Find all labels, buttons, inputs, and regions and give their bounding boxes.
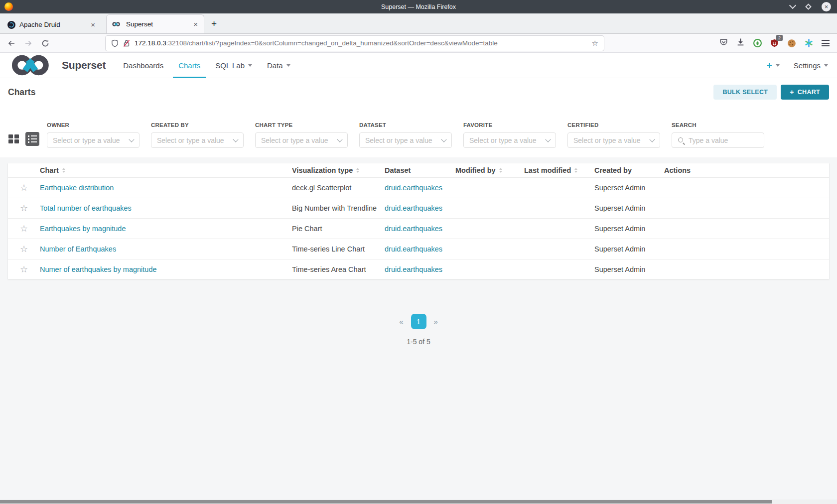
dataset-link[interactable]: druid.earthquakes — [385, 265, 442, 273]
window-minimize-icon[interactable] — [789, 2, 796, 9]
settings-label: Settings — [794, 61, 821, 70]
created-by-select-input[interactable] — [157, 136, 234, 144]
chevron-down-icon — [233, 136, 238, 142]
certified-select[interactable] — [567, 132, 660, 148]
menu-icon[interactable] — [822, 40, 830, 46]
privacy-badger-icon[interactable] — [753, 39, 762, 47]
column-header-modified-by[interactable]: Modified by — [455, 166, 524, 174]
superset-logo[interactable]: Superset — [6, 54, 106, 77]
created-by-select[interactable] — [151, 132, 244, 148]
chart-link[interactable]: Earthquakes by magnitude — [40, 225, 126, 233]
column-header-created-by: Created by — [594, 166, 664, 174]
page-1-button[interactable]: 1 — [411, 314, 426, 329]
bulk-select-button[interactable]: BULK SELECT — [713, 85, 777, 100]
url-bar[interactable]: 172.18.0.3:32108/chart/list/?pageIndex=0… — [106, 36, 604, 51]
bookmark-star-icon[interactable]: ☆ — [592, 39, 598, 48]
back-icon[interactable] — [5, 39, 18, 47]
druid-icon — [7, 21, 15, 29]
filter-label: CHART TYPE — [255, 122, 348, 128]
dataset-link[interactable]: druid.earthquakes — [385, 225, 442, 233]
new-tab-button[interactable]: + — [211, 18, 217, 29]
new-chart-button[interactable]: +CHART — [781, 85, 829, 100]
dataset-select-input[interactable] — [365, 136, 442, 144]
window-close-icon[interactable]: × — [822, 2, 831, 11]
card-view-icon[interactable] — [8, 134, 19, 144]
filter-favorite: FAVORITE — [463, 122, 556, 148]
column-header-last-modified[interactable]: Last modified — [524, 166, 594, 174]
tab-close-icon[interactable]: × — [192, 20, 199, 28]
favorite-select-input[interactable] — [469, 136, 546, 144]
chevron-down-icon — [129, 136, 134, 142]
chart-link[interactable]: Total number of earthquakes — [40, 204, 132, 212]
pagination-summary: 1-5 of 5 — [0, 338, 837, 346]
column-label: Visualization type — [292, 166, 353, 174]
dataset-link[interactable]: druid.earthquakes — [385, 184, 442, 192]
tab-label: Superset — [126, 20, 192, 28]
next-page-button[interactable]: » — [434, 317, 438, 326]
nav-item-data[interactable]: Data — [260, 53, 298, 78]
visualization-type-cell: Time-series Area Chart — [292, 265, 385, 273]
sort-icon — [499, 168, 502, 173]
favorite-select[interactable] — [463, 132, 556, 148]
favorite-star-icon[interactable] — [20, 266, 28, 274]
column-label: Created by — [594, 166, 632, 174]
pocket-icon[interactable] — [719, 38, 728, 48]
asterisk-extension-icon[interactable] — [805, 39, 813, 47]
settings-menu[interactable]: Settings — [794, 61, 828, 70]
owner-select-input[interactable] — [53, 136, 130, 144]
filter-search: SEARCH — [672, 122, 764, 148]
horizontal-scrollbar-thumb[interactable] — [0, 500, 772, 504]
window-maximize-icon[interactable] — [805, 3, 812, 10]
created-by-cell: Superset Admin — [594, 184, 664, 192]
list-view-icon[interactable] — [25, 132, 39, 146]
chevron-down-icon — [824, 64, 828, 67]
chart-type-select[interactable] — [255, 132, 348, 148]
lock-insecure-icon[interactable] — [123, 39, 130, 47]
ublock-icon[interactable]: 2 — [770, 39, 779, 47]
favorite-star-icon[interactable] — [20, 225, 28, 233]
column-header-visualization-type[interactable]: Visualization type — [292, 166, 385, 174]
previous-page-button[interactable]: « — [399, 317, 403, 326]
new-item-menu[interactable]: + — [767, 60, 780, 71]
forward-icon[interactable] — [22, 39, 35, 47]
ublock-badge: 2 — [776, 35, 783, 41]
filter-label: SEARCH — [672, 122, 764, 128]
favorite-star-icon[interactable] — [20, 246, 28, 253]
dataset-link[interactable]: druid.earthquakes — [385, 245, 442, 253]
new-chart-label: CHART — [798, 89, 820, 96]
search-box[interactable] — [672, 132, 764, 148]
shield-icon[interactable] — [111, 39, 119, 47]
filter-owner: OWNER — [47, 122, 140, 148]
nav-item-label: Charts — [178, 61, 200, 70]
tab-superset[interactable]: Superset × — [106, 14, 204, 33]
chart-link[interactable]: Number of Earthquakes — [40, 245, 116, 253]
downloads-icon[interactable] — [736, 38, 745, 48]
filter-label: OWNER — [47, 122, 140, 128]
chart-type-select-input[interactable] — [261, 136, 338, 144]
tab-close-icon[interactable]: × — [89, 20, 97, 29]
sort-icon — [574, 168, 577, 173]
table-row: Earthquake distribution deck.gl Scatterp… — [8, 177, 829, 198]
chevron-down-icon — [649, 136, 655, 142]
chart-link[interactable]: Earthquake distribution — [40, 184, 114, 192]
charts-table: Chart Visualization type Dataset Modifie… — [8, 163, 829, 279]
cookie-extension-icon[interactable] — [787, 39, 796, 48]
dataset-select[interactable] — [359, 132, 452, 148]
nav-item-dashboards[interactable]: Dashboards — [116, 53, 171, 78]
nav-item-charts[interactable]: Charts — [171, 53, 208, 78]
owner-select[interactable] — [47, 132, 140, 148]
favorite-star-icon[interactable] — [20, 184, 28, 192]
url-text[interactable]: 172.18.0.3:32108/chart/list/?pageIndex=0… — [135, 39, 498, 47]
table-row: Number of Earthquakes Time-series Line C… — [8, 239, 829, 259]
column-label: Last modified — [524, 166, 571, 174]
search-input[interactable] — [689, 136, 758, 144]
chart-link[interactable]: Numer of earthquakes by magnitude — [40, 265, 157, 273]
dataset-link[interactable]: druid.earthquakes — [385, 204, 442, 212]
nav-item-sql-lab[interactable]: SQL Lab — [208, 53, 260, 78]
chevron-down-icon — [286, 64, 290, 67]
reload-icon[interactable] — [39, 39, 52, 47]
certified-select-input[interactable] — [573, 136, 650, 144]
tab-apache-druid[interactable]: Apache Druid × — [3, 16, 101, 33]
column-header-chart[interactable]: Chart — [40, 166, 292, 174]
favorite-star-icon[interactable] — [20, 205, 28, 213]
